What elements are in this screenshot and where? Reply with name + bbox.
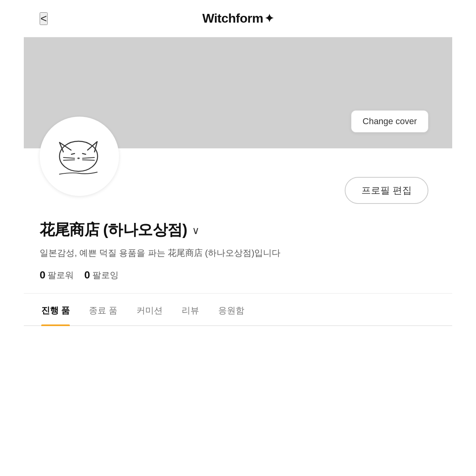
change-cover-button[interactable]: Change cover (351, 110, 428, 132)
follow-stats: 0 팔로워 0 팔로잉 (40, 269, 436, 281)
svg-point-3 (77, 157, 80, 159)
profile-section: 프로필 편집 (24, 148, 452, 208)
logo-star-icon: ✦ (265, 12, 274, 25)
tab-리뷰[interactable]: 리뷰 (172, 294, 209, 325)
tab-진행 품[interactable]: 진행 품 (32, 294, 79, 325)
profile-name-row: 花尾商店 (하나오상점) ∨ (40, 220, 436, 240)
tab-응원함[interactable]: 응원함 (209, 294, 254, 325)
svg-line-2 (83, 154, 86, 154)
chevron-down-icon[interactable]: ∨ (192, 225, 200, 237)
profile-name: 花尾商店 (하나오상점) (40, 220, 187, 240)
svg-line-7 (83, 160, 94, 160)
svg-line-6 (83, 157, 94, 158)
tab-종료 품[interactable]: 종료 품 (79, 294, 127, 325)
back-button[interactable]: < (40, 12, 48, 25)
svg-line-5 (63, 160, 75, 160)
following-label: 팔로잉 (92, 269, 119, 281)
tab-커미션[interactable]: 커미션 (127, 294, 172, 325)
edit-profile-button[interactable]: 프로필 편집 (345, 177, 428, 204)
avatar-wrapper (40, 117, 119, 196)
avatar (40, 117, 119, 196)
app-logo: Witchform✦ (202, 11, 274, 26)
profile-bio: 일본감성, 예쁜 덕질 용품을 파는 花尾商店 (하나오상점)입니다 (40, 246, 436, 259)
following-count: 0 (84, 269, 90, 281)
svg-line-4 (63, 157, 75, 158)
svg-point-0 (60, 141, 98, 171)
followers-count: 0 (40, 269, 45, 281)
profile-info: 花尾商店 (하나오상점) ∨ 일본감성, 예쁜 덕질 용품을 파는 花尾商店 (… (24, 208, 452, 289)
svg-line-1 (71, 154, 75, 154)
followers-label: 팔로워 (48, 269, 74, 281)
cat-drawing-icon (52, 131, 107, 182)
logo-text: Witchform (202, 11, 263, 26)
app-header: < Witchform✦ (24, 0, 452, 37)
tabs-bar: 진행 품종료 품커미션리뷰응원함 (24, 294, 452, 326)
